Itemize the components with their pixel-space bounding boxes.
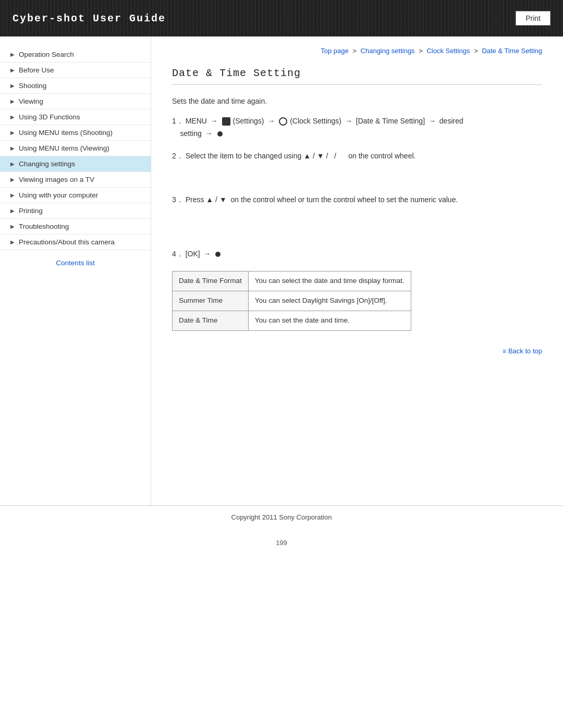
copyright-text: Copyright 2011 Sony Corporation bbox=[231, 513, 332, 521]
print-button[interactable]: Print bbox=[516, 11, 550, 26]
table-cell-label-0: Date & Time Format bbox=[173, 271, 249, 291]
sidebar-label-3: Viewing bbox=[19, 97, 43, 105]
sidebar-label-2: Shooting bbox=[19, 82, 46, 90]
step-3-container: 3． Press ▲ / ▼ on the control wheel or t… bbox=[172, 194, 542, 206]
sidebar-item-2[interactable]: ▶Shooting bbox=[0, 78, 151, 94]
sidebar: ▶Operation Search▶Before Use▶Shooting▶Vi… bbox=[0, 36, 151, 505]
sidebar-label-4: Using 3D Functions bbox=[19, 113, 80, 121]
sidebar-item-7[interactable]: ▶Changing settings bbox=[0, 156, 151, 172]
breadcrumb: Top page > Changing settings > Clock Set… bbox=[172, 47, 542, 55]
sidebar-label-10: Printing bbox=[19, 207, 43, 215]
table-cell-label-2: Date & Time bbox=[173, 311, 249, 330]
sidebar-item-8[interactable]: ▶Viewing images on a TV bbox=[0, 172, 151, 188]
sidebar-label-0: Operation Search bbox=[19, 51, 74, 58]
sidebar-arrow-9: ▶ bbox=[10, 192, 15, 198]
back-to-top-row: ≡Back to top bbox=[172, 347, 542, 355]
arrow3: → bbox=[345, 115, 352, 128]
sidebar-arrow-11: ▶ bbox=[10, 224, 15, 229]
footer: Copyright 2011 Sony Corporation bbox=[0, 505, 563, 528]
arrow1: → bbox=[211, 115, 218, 128]
sidebar-arrow-3: ▶ bbox=[10, 98, 15, 104]
step-2: 2． Select the item to be changed using ▲… bbox=[172, 150, 542, 163]
sidebar-label-8: Viewing images on a TV bbox=[19, 176, 94, 183]
step3-num: 3． bbox=[172, 195, 183, 204]
sidebar-arrow-10: ▶ bbox=[10, 208, 15, 214]
breadcrumb-current: Date & Time Setting bbox=[482, 47, 542, 55]
table-cell-desc-0: You can select the date and time display… bbox=[248, 271, 411, 291]
sidebar-arrow-0: ▶ bbox=[10, 52, 15, 57]
sidebar-label-5: Using MENU items (Shooting) bbox=[19, 129, 113, 137]
app-title: Cyber-shot User Guide bbox=[13, 13, 166, 24]
step-4-container: 4． [OK] → bbox=[172, 248, 542, 261]
sidebar-label-7: Changing settings bbox=[19, 160, 75, 168]
arrow4: → bbox=[429, 115, 436, 128]
contents-list-anchor[interactable]: Contents list bbox=[56, 259, 94, 267]
sidebar-item-0[interactable]: ▶Operation Search bbox=[0, 47, 151, 63]
sidebar-label-11: Troubleshooting bbox=[19, 223, 69, 230]
bullet-icon1 bbox=[217, 131, 223, 137]
step-3: 3． Press ▲ / ▼ on the control wheel or t… bbox=[172, 194, 542, 206]
table-row-2: Date & TimeYou can set the date and time… bbox=[173, 311, 411, 330]
page-title: Date & Time Setting bbox=[172, 67, 542, 85]
table-cell-desc-2: You can set the date and time. bbox=[248, 311, 411, 330]
back-to-top-icon: ≡ bbox=[503, 348, 506, 355]
back-to-top-link[interactable]: ≡Back to top bbox=[503, 347, 542, 355]
breadcrumb-top[interactable]: Top page bbox=[321, 47, 349, 55]
sidebar-arrow-6: ▶ bbox=[10, 145, 15, 151]
info-table: Date & Time FormatYou can select the dat… bbox=[172, 271, 411, 331]
table-cell-label-1: Summer Time bbox=[173, 291, 249, 311]
sidebar-arrow-8: ▶ bbox=[10, 177, 15, 182]
step-1: 1． MENU → (Settings) → (Clock Settings) … bbox=[172, 115, 542, 140]
step-4: 4． [OK] → bbox=[172, 248, 542, 261]
sidebar-arrow-7: ▶ bbox=[10, 161, 15, 167]
arrow5: → bbox=[205, 128, 213, 140]
back-to-top-label: Back to top bbox=[508, 347, 542, 355]
arrow2: → bbox=[267, 115, 275, 128]
clock-icon bbox=[279, 117, 287, 126]
content-body: Sets the date and time again. 1． MENU → … bbox=[172, 95, 542, 331]
sidebar-arrow-2: ▶ bbox=[10, 83, 15, 89]
step1-num: 1． bbox=[172, 117, 183, 125]
table-cell-desc-1: You can select Daylight Savings [On]/[Of… bbox=[248, 291, 411, 311]
page-number: 199 bbox=[0, 528, 563, 552]
breadcrumb-clock-settings[interactable]: Clock Settings bbox=[426, 47, 470, 55]
bullet-icon2 bbox=[215, 252, 221, 257]
sidebar-item-12[interactable]: ▶Precautions/About this camera bbox=[0, 235, 151, 250]
sidebar-label-6: Using MENU items (Viewing) bbox=[19, 144, 109, 152]
sidebar-item-3[interactable]: ▶Viewing bbox=[0, 94, 151, 109]
sidebar-label-9: Using with your computer bbox=[19, 191, 98, 199]
sidebar-arrow-4: ▶ bbox=[10, 114, 15, 120]
contents-list-link[interactable]: Contents list bbox=[0, 250, 151, 275]
sidebar-arrow-12: ▶ bbox=[10, 239, 15, 245]
arrow6: → bbox=[204, 248, 211, 261]
sidebar-arrow-5: ▶ bbox=[10, 130, 15, 135]
table-row-1: Summer TimeYou can select Daylight Savin… bbox=[173, 291, 411, 311]
sidebar-label-12: Precautions/About this camera bbox=[19, 238, 115, 246]
table-row-0: Date & Time FormatYou can select the dat… bbox=[173, 271, 411, 291]
settings-icon bbox=[222, 117, 230, 126]
sidebar-item-10[interactable]: ▶Printing bbox=[0, 203, 151, 219]
sidebar-item-1[interactable]: ▶Before Use bbox=[0, 63, 151, 78]
sidebar-item-9[interactable]: ▶Using with your computer bbox=[0, 188, 151, 203]
sidebar-label-1: Before Use bbox=[19, 66, 54, 74]
intro-text: Sets the date and time again. bbox=[172, 95, 542, 108]
breadcrumb-changing-settings[interactable]: Changing settings bbox=[361, 47, 415, 55]
sidebar-item-5[interactable]: ▶Using MENU items (Shooting) bbox=[0, 125, 151, 141]
main-content: Top page > Changing settings > Clock Set… bbox=[151, 36, 563, 505]
step2-num: 2． bbox=[172, 152, 183, 160]
sidebar-item-4[interactable]: ▶Using 3D Functions bbox=[0, 109, 151, 125]
sidebar-arrow-1: ▶ bbox=[10, 67, 15, 73]
step4-num: 4． bbox=[172, 250, 183, 258]
sidebar-item-6[interactable]: ▶Using MENU items (Viewing) bbox=[0, 141, 151, 156]
page-header: Cyber-shot User Guide Print bbox=[0, 0, 563, 36]
main-layout: ▶Operation Search▶Before Use▶Shooting▶Vi… bbox=[0, 36, 563, 505]
sidebar-item-11[interactable]: ▶Troubleshooting bbox=[0, 219, 151, 235]
